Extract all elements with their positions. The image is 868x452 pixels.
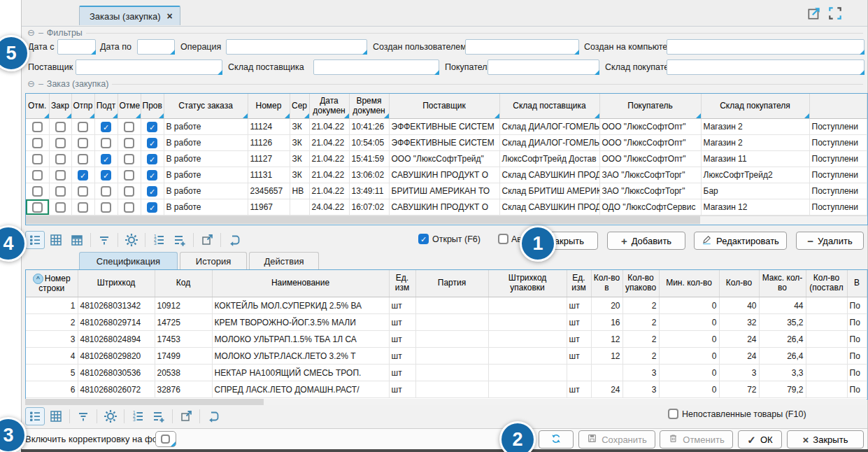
spec-cell[interactable]: 26,4 xyxy=(759,348,806,365)
order-cell[interactable]: 11967 xyxy=(248,199,290,216)
order-flag-cell[interactable] xyxy=(26,199,49,216)
order-flag-cell[interactable]: ✓ xyxy=(141,183,164,199)
column-filter-icon[interactable] xyxy=(696,113,701,118)
collapse-filters-icon[interactable]: ⊖ xyxy=(27,29,35,37)
spec-row[interactable]: 4481026802982017499МОЛОКО УЛЬТР.ЛАСК.ЛЕТ… xyxy=(26,348,867,365)
spec-row[interactable]: 5481026803053620538НЕКТАР НА100ЯЩИЙ СМЕС… xyxy=(26,365,867,381)
orders-horizontal-scrollbar[interactable] xyxy=(26,216,867,225)
spec-cell[interactable] xyxy=(488,348,567,365)
order-cell[interactable]: Магазин 11 xyxy=(701,151,809,167)
order-flag-cell[interactable]: ✓ xyxy=(141,167,164,183)
operation-field[interactable] xyxy=(226,39,367,55)
order-cell[interactable]: В работе xyxy=(164,135,248,151)
orders-column-header[interactable]: Номер xyxy=(248,94,290,119)
order-flag-cell[interactable]: ✓ xyxy=(94,119,118,135)
orders-column-header[interactable]: Отм. xyxy=(26,94,49,119)
spec-cell[interactable]: 3 xyxy=(26,331,78,348)
flag-checkbox[interactable] xyxy=(32,170,43,181)
order-cell[interactable]: В работе xyxy=(164,151,248,167)
spec-column-header[interactable]: Штрихкод xyxy=(78,270,155,297)
spec-cell[interactable]: шт xyxy=(389,348,415,365)
operation-input[interactable] xyxy=(226,39,367,55)
orders-column-header[interactable]: Отпр xyxy=(71,94,94,119)
spec-cell[interactable]: 0 xyxy=(659,331,719,348)
date-to-input[interactable] xyxy=(137,39,175,55)
spec-row[interactable]: 2481026802971414725КРЕМ ТВОРОЖНО-ЙОГ.3.5… xyxy=(26,314,867,331)
column-filter-icon[interactable] xyxy=(285,113,290,118)
order-flag-cell[interactable] xyxy=(49,135,71,151)
order-flag-cell[interactable] xyxy=(118,151,141,167)
spec-cell[interactable]: 5 xyxy=(26,365,78,381)
spec-cell[interactable]: 17499 xyxy=(155,348,212,365)
close-form-button[interactable]: ×Закрыть xyxy=(787,430,864,449)
spec-cell[interactable]: шт xyxy=(567,331,591,348)
column-filter-icon[interactable] xyxy=(66,113,71,118)
spec-cell[interactable] xyxy=(806,348,847,365)
spec-cell[interactable]: 2 xyxy=(26,314,78,331)
orders-column-header[interactable]: Поставщик xyxy=(389,94,499,119)
order-cell[interactable]: 24.04.22 xyxy=(309,199,349,216)
flag-checkbox[interactable] xyxy=(32,186,43,197)
order-cell[interactable]: САВУШКИН ПРОДУКТ О xyxy=(389,167,499,183)
column-filter-icon[interactable] xyxy=(136,113,141,118)
order-cell[interactable]: Поступлени xyxy=(809,199,867,216)
spec-column-header[interactable]: В xyxy=(847,270,867,297)
buyer-input[interactable] xyxy=(488,59,599,75)
order-cell[interactable]: 10:54:05 xyxy=(349,135,389,151)
settings-button[interactable] xyxy=(122,231,141,249)
spec-cell[interactable]: 2 xyxy=(622,331,659,348)
orders-column-header[interactable]: Покупатель xyxy=(599,94,701,119)
order-cell[interactable]: 21.04.22 xyxy=(309,167,349,183)
supplier-input[interactable] xyxy=(76,59,222,75)
refresh-layout-button[interactable] xyxy=(204,407,223,425)
column-filter-icon[interactable] xyxy=(304,113,309,118)
spec-cell[interactable] xyxy=(488,365,567,381)
spec-cell[interactable] xyxy=(488,297,567,314)
order-cell[interactable]: Поступлени xyxy=(809,167,867,183)
flag-checkbox[interactable] xyxy=(78,186,88,197)
filter-button[interactable] xyxy=(94,231,114,249)
order-cell[interactable]: Поступлени xyxy=(809,183,867,199)
order-flag-cell[interactable] xyxy=(71,199,94,216)
order-cell[interactable]: В работе xyxy=(164,167,248,183)
orders-column-header[interactable]: Дата докумен xyxy=(309,94,349,119)
order-flag-cell[interactable]: ✓ xyxy=(141,135,164,151)
order-cell[interactable] xyxy=(290,199,309,216)
order-row[interactable]: ✓В работе2345657НВ21.04.2213:49:11БРИТИШ… xyxy=(26,183,867,199)
flag-checkbox[interactable]: ✓ xyxy=(147,154,157,164)
spec-cell[interactable]: 40 xyxy=(719,297,759,314)
date-from-field[interactable] xyxy=(57,39,96,55)
orders-column-header[interactable] xyxy=(809,94,867,119)
orders-column-header[interactable]: Пров xyxy=(141,94,164,119)
spec-cell[interactable]: 0 xyxy=(659,381,719,398)
date-to-field[interactable] xyxy=(137,39,175,55)
spec-cell[interactable]: 17453 xyxy=(155,331,212,348)
order-cell[interactable]: ЗАО "ЛюксСофтТорг" xyxy=(599,167,701,183)
spec-cell[interactable]: КОКТЕЙЛЬ МОЛ.СУПЕРКИД 2.5% ВА xyxy=(212,297,389,314)
flag-checkbox[interactable] xyxy=(78,122,88,132)
buyer-field[interactable] xyxy=(488,59,599,75)
order-cell[interactable]: Поступлени xyxy=(809,151,867,167)
spec-cell[interactable]: 4810268030536 xyxy=(78,365,155,381)
spec-cell[interactable]: 4810268024894 xyxy=(78,331,155,348)
spec-cell[interactable]: 6 xyxy=(26,381,78,398)
order-cell[interactable]: Магазин 2 xyxy=(701,135,809,151)
spec-horizontal-scrollbar[interactable] xyxy=(25,399,867,405)
flag-checkbox[interactable]: ✓ xyxy=(147,186,157,197)
spec-cell[interactable]: 12 xyxy=(591,331,622,348)
spec-cell[interactable]: 10912 xyxy=(155,297,212,314)
spec-row[interactable]: 6481026802607232876СПРЕД ЛАСК.ЛЕТО ДОМАШ… xyxy=(26,381,867,398)
orders-column-header[interactable]: Сер xyxy=(290,94,309,119)
correction-checkbox[interactable] xyxy=(155,431,176,447)
orders-column-header[interactable]: Склад покупателя xyxy=(701,94,809,119)
flag-checkbox[interactable]: ✓ xyxy=(101,154,111,164)
save-button[interactable]: Сохранить xyxy=(578,430,655,449)
spec-column-header[interactable]: Ед. изм xyxy=(389,270,415,297)
spec-column-header[interactable]: Партия xyxy=(415,270,488,297)
spec-column-header[interactable]: Кол-во (поставл xyxy=(806,270,847,297)
spec-cell[interactable] xyxy=(488,314,567,331)
view-list-button[interactable] xyxy=(25,231,45,249)
order-cell[interactable]: 11126 xyxy=(248,135,290,151)
flag-checkbox[interactable] xyxy=(101,138,111,148)
spec-cell[interactable]: 26,4 xyxy=(759,331,806,348)
